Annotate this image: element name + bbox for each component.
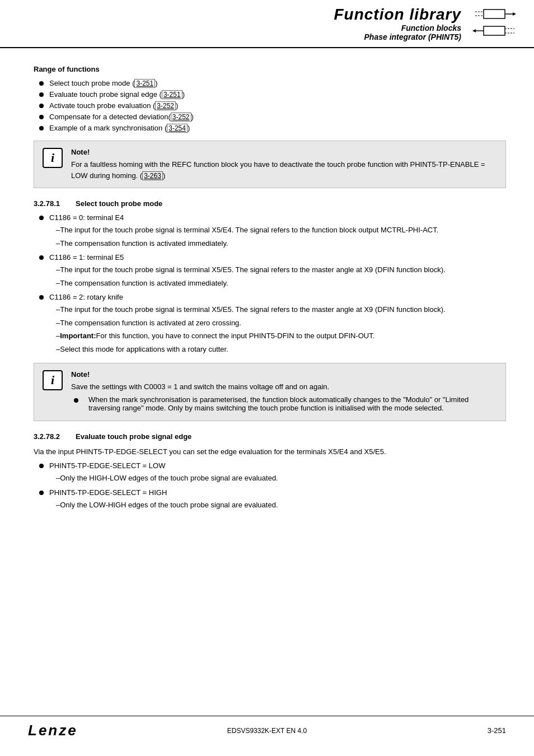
ref-link[interactable]: 3-252 — [155, 101, 176, 110]
header-title: Function library — [17, 6, 461, 24]
sub-list: Only the LOW-HIGH edges of the touch pro… — [56, 500, 506, 511]
note-title-1: Note! — [71, 148, 497, 156]
sub-list-item-important: Important: For this function, you have t… — [56, 330, 506, 342]
sub-list-item: The compensation function is activated a… — [56, 318, 506, 329]
bullet-icon — [39, 464, 44, 468]
list-item: C1186 = 0: terminal E4 — [39, 213, 506, 222]
ref-link[interactable]: 3-263 — [142, 171, 163, 180]
sub-list-item: Only the LOW-HIGH edges of the touch pro… — [56, 500, 506, 511]
list-item-text: Example of a mark synchronisation (3-254… — [49, 124, 190, 132]
bullet-icon — [39, 104, 44, 108]
section-heading-2: Evaluate touch probe signal edge — [76, 432, 191, 441]
list-item: Example of a mark synchronisation (3-254… — [39, 124, 506, 132]
range-of-functions-list: Select touch probe mode (3-251) Evaluate… — [39, 79, 506, 132]
bullet-icon — [39, 81, 44, 86]
list-item: C1186 = 1: terminal E5 — [39, 253, 506, 262]
list-item: PHINT5-TP-EDGE-SELECT = HIGH — [39, 488, 506, 497]
header-subtitle2: Phase integrator (PHINT5) — [17, 32, 461, 41]
bullet-icon — [39, 295, 44, 300]
svg-marker-4 — [513, 12, 516, 16]
footer-page-number: 3-251 — [387, 726, 507, 735]
list-item-text: C1186 = 2: rotary knife — [49, 293, 123, 301]
svg-rect-5 — [484, 26, 505, 35]
list-item: Evaluate touch probe signal edge (3-251) — [39, 90, 506, 99]
range-of-functions-title: Range of functions — [34, 65, 506, 73]
list-item-text: PHINT5-TP-EDGE-SELECT = LOW — [49, 461, 165, 470]
sub-list-item: The compensation function is activated i… — [56, 278, 506, 289]
section-3-2-78-2-list: PHINT5-TP-EDGE-SELECT = LOW Only the HIG… — [39, 461, 506, 510]
section-3-2-78-1-header: 3.2.78.1 Select touch probe mode — [34, 199, 506, 208]
sub-list: The input for the touch probe signal is … — [56, 225, 506, 249]
bullet-icon — [39, 126, 44, 130]
sub-list: The input for the touch probe signal is … — [56, 264, 506, 288]
page-header: Function library Function blocks Phase i… — [0, 0, 534, 48]
ref-link[interactable]: 3-251 — [134, 79, 155, 88]
list-item-text: C1186 = 1: terminal E5 — [49, 253, 124, 262]
page: Function library Function blocks Phase i… — [0, 0, 534, 756]
svg-rect-0 — [484, 10, 505, 18]
list-item: PHINT5-TP-EDGE-SELECT = LOW — [39, 461, 506, 470]
note-box-2: i Note! Save the settings with C0003 = 1… — [34, 363, 506, 421]
page-footer: Lenze EDSVS9332K-EXT EN 4.0 3-251 — [0, 716, 534, 745]
sub-list-item: The input for the touch probe signal is … — [56, 304, 506, 315]
list-item-text: Select touch probe mode (3-251) — [49, 79, 158, 87]
important-label: Important: — [60, 330, 96, 342]
sub-list-item: Only the HIGH-LOW edges of the touch pro… — [56, 473, 506, 484]
bullet-icon — [39, 115, 44, 119]
list-item: Compensate for a detected deviation(3-25… — [39, 113, 506, 121]
header-text-block: Function library Function blocks Phase i… — [17, 6, 461, 41]
list-item: Select touch probe mode (3-251) — [39, 79, 506, 87]
section-3-2-78-2-header: 3.2.78.2 Evaluate touch probe signal edg… — [34, 432, 506, 441]
svg-marker-7 — [472, 29, 476, 32]
ref-link[interactable]: 3-252 — [171, 113, 191, 122]
sub-list: The input for the touch probe signal is … — [56, 304, 506, 354]
note-content-2: Note! Save the settings with C0003 = 1 a… — [71, 370, 497, 414]
footer-logo: Lenze — [28, 722, 148, 739]
note-icon: i — [43, 148, 63, 168]
section-number-2: 3.2.78.2 — [34, 432, 67, 441]
section-heading: Select touch probe mode — [76, 199, 162, 208]
bullet-icon — [39, 92, 44, 97]
lenze-brand: Lenze — [28, 722, 78, 739]
ref-link[interactable]: 3-251 — [162, 90, 182, 99]
list-item: C1186 = 2: rotary knife — [39, 293, 506, 301]
note-text-1: For a faultless homing with the REFC fun… — [71, 159, 497, 181]
note-bullet-text: When the mark synchronisation is paramet… — [88, 395, 497, 412]
list-item: Activate touch probe evaluation (3-252) — [39, 101, 506, 110]
bullet-icon — [39, 491, 44, 495]
footer-doc-number: EDSVS9332K-EXT EN 4.0 — [148, 727, 387, 735]
section-3-2-78-1-list: C1186 = 0: terminal E4 The input for the… — [39, 213, 506, 354]
list-item-text: Compensate for a detected deviation(3-25… — [49, 113, 194, 121]
note-title-2: Note! — [71, 370, 497, 379]
note-bullet-list: When the mark synchronisation is paramet… — [74, 395, 497, 412]
bullet-icon — [39, 255, 44, 260]
header-subtitle1: Function blocks — [17, 24, 461, 32]
ref-link[interactable]: 3-254 — [167, 124, 188, 133]
note-text-2a: Save the settings with C0003 = 1 and swi… — [71, 381, 497, 393]
note-bullet-item: When the mark synchronisation is paramet… — [74, 395, 497, 412]
note-box-1: i Note! For a faultless homing with the … — [34, 141, 506, 188]
main-content: Range of functions Select touch probe mo… — [0, 48, 534, 533]
list-item-text: Evaluate touch probe signal edge (3-251) — [49, 90, 185, 99]
bullet-icon — [39, 216, 44, 220]
sub-list-item: Select this mode for applications with a… — [56, 344, 506, 355]
section-number: 3.2.78.1 — [34, 199, 67, 208]
bullet-icon — [74, 398, 78, 403]
list-item-text: C1186 = 0: terminal E4 — [49, 213, 124, 222]
section-3-2-78-2-intro: Via the input PHINT5-TP-EDGE-SELECT you … — [34, 446, 506, 458]
list-item-text: Activate touch probe evaluation (3-252) — [49, 101, 178, 110]
list-item-text: PHINT5-TP-EDGE-SELECT = HIGH — [49, 488, 167, 497]
note-icon-2: i — [43, 370, 63, 390]
sub-list-item: The compensation function is activated i… — [56, 238, 506, 249]
function-block-diagram-icon — [472, 8, 517, 41]
sub-list: Only the HIGH-LOW edges of the touch pro… — [56, 473, 506, 484]
sub-list-item: The input for the touch probe signal is … — [56, 264, 506, 276]
sub-list-item: The input for the touch probe signal is … — [56, 225, 506, 236]
note-content-1: Note! For a faultless homing with the RE… — [71, 148, 497, 181]
